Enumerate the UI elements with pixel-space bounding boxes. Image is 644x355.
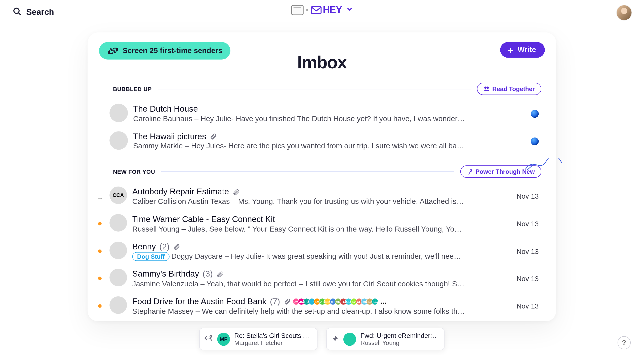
email-preview: Russell Young – Jules, See below. " Your… [132,225,465,234]
email-row[interactable]: Time Warner Cable - Easy Connect Kit Rus… [96,211,541,238]
email-row[interactable]: The Hawaii pictures Sammy Markle – Hey J… [96,128,541,155]
tray-avatar [343,332,356,345]
unread-dot [98,249,102,253]
pin-icon [330,335,339,343]
email-subject: Autobody Repair Estimate [132,187,229,197]
email-row[interactable]: Benny (2) Dog StuffDoggy Daycare – Hey J… [96,238,541,265]
section-label: BUBBLED UP [113,85,152,92]
power-through-button[interactable]: Power Through New [460,166,541,178]
sender-avatar: CCA [109,187,127,204]
chevron-down-icon [346,6,352,14]
hey-logo: HEY [311,4,342,16]
unread-dot [98,304,102,308]
arrow-icon: → [97,195,103,202]
email-preview: Caroline Bauhaus – Hey Julie- Have you f… [133,115,466,123]
tray-sender: Margaret Fletcher [234,339,310,346]
row-marker [96,269,104,280]
divider [161,171,454,172]
email-preview: Sammy Markle – Hey Jules- Here are the p… [133,142,466,151]
screener-label: Screen 25 first-time senders [123,47,222,55]
row-marker [96,131,104,139]
envelope-icon [311,5,322,15]
svg-point-5 [210,335,212,337]
sender-avatar [109,296,127,314]
thread-count: (2) [159,242,170,252]
unread-dot [98,277,102,280]
email-subject: Sammy's Birthday [132,269,199,280]
section-header-new: NEW FOR YOU Power Through New [88,155,556,181]
email-date: Nov 13 [516,302,539,310]
tray-subject: Re: Stella's Girl Scouts Annu [234,332,310,339]
email-subject: The Dutch House [133,104,198,115]
email-date: Nov 13 [516,248,539,255]
tray-subject: Fwd: Urgent eReminder: 1 W [360,332,437,339]
participant-avatars: DMJSRLSMATSSMIMRTCCBSVCFMISJFBC… [294,297,387,306]
email-subject: Time Warner Cable - Easy Connect Kit [132,214,275,225]
help-button[interactable]: ? [618,336,631,349]
tray-card[interactable]: Fwd: Urgent eReminder: 1 W Russell Young [326,328,445,350]
attachment-icon [173,243,180,250]
main-panel: Screen 25 first-time senders ＋ Write Imb… [88,32,556,321]
reply-icon [203,334,213,344]
screener-pill[interactable]: Screen 25 first-time senders [99,42,230,60]
attachment-icon [216,271,223,278]
email-row[interactable]: Sammy's Birthday (3) Jasmine Valenzuela … [96,265,541,293]
thread-count: (7) [270,296,280,307]
thread-count: (3) [203,269,213,280]
sender-avatar [109,104,128,122]
top-bar: Search HEY [0,0,644,24]
search-label: Search [26,8,54,17]
write-label: Write [518,46,536,54]
thumbs-icon [107,47,119,55]
tray-sender: Russell Young [360,339,437,346]
row-marker [96,104,104,112]
svg-line-1 [18,13,20,15]
email-date: Nov 13 [516,275,539,283]
brand-switcher[interactable]: HEY [291,4,352,16]
row-marker [96,242,104,253]
tray-avatar: MF [217,332,230,345]
profile-avatar[interactable] [617,5,631,20]
svg-rect-2 [311,7,321,14]
calendar-icon [291,5,304,15]
bottom-tray: MF Re: Stella's Girl Scouts Annu Margare… [199,328,445,350]
pin-indicator [531,110,539,118]
row-marker: → [96,187,104,201]
attachment-icon [232,189,239,196]
email-preview: Caliber Collision Austin Texas – Ms. You… [132,197,465,206]
email-preview: Stephanie Massey – We can definitely hel… [132,307,465,316]
svg-point-4 [487,86,489,89]
sender-avatar [109,131,128,150]
read-together-button[interactable]: Read Together [477,83,541,95]
section-header-bubbled: BUBBLED UP Read Together [88,72,556,98]
email-subject: The Hawaii pictures [133,131,206,142]
section-label: NEW FOR YOU [113,168,155,175]
row-marker [96,296,104,308]
email-row[interactable]: → CCA Autobody Repair Estimate Caliber C… [96,183,541,210]
search-icon [12,7,22,18]
row-marker [96,214,104,225]
search-button[interactable]: Search [12,7,54,18]
unread-dot [98,222,102,226]
email-tag[interactable]: Dog Stuff [132,252,170,261]
email-date: Nov 13 [516,220,539,228]
dot-separator [306,9,308,11]
email-subject: Food Drive for the Austin Food Bank [132,296,266,307]
attachment-icon [284,298,291,305]
sender-avatar [109,269,127,287]
email-preview: Dog StuffDoggy Daycare – Hey Julie- It w… [132,252,465,261]
email-row[interactable]: The Dutch House Caroline Bauhaus – Hey J… [96,100,541,128]
sender-avatar [109,242,127,259]
divider [158,89,471,89]
write-button[interactable]: ＋ Write [500,42,545,58]
sender-avatar [109,214,127,232]
email-subject: Benny [132,242,156,252]
email-date: Nov 13 [516,193,539,201]
pin-indicator [531,137,539,145]
svg-point-3 [484,86,487,89]
attachment-icon [210,133,217,140]
email-preview: Jasmine Valenzuela – Yeah, that would be… [132,280,465,289]
tray-card[interactable]: MF Re: Stella's Girl Scouts Annu Margare… [199,328,317,350]
email-row[interactable]: Food Drive for the Austin Food Bank (7) … [96,293,541,320]
